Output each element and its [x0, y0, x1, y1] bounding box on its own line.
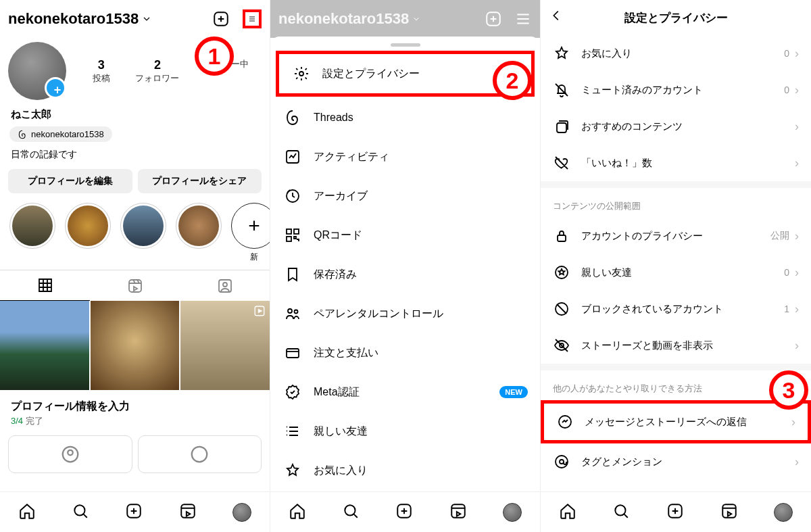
nav-search[interactable]: [342, 502, 360, 523]
settings-item-bell-off[interactable]: ミュート済みのアカウント0›: [541, 72, 811, 108]
settings-item-eye-off[interactable]: ストーリーズと動画を非表示›: [541, 327, 811, 364]
settings-item-reels-stack[interactable]: おすすめのコンテンツ›: [541, 108, 811, 145]
nav-profile[interactable]: [232, 503, 251, 522]
nav-reels[interactable]: [179, 502, 197, 523]
svg-point-33: [616, 505, 626, 515]
info-card[interactable]: [8, 435, 132, 473]
nav-create[interactable]: [666, 502, 684, 523]
stat-followers[interactable]: 2 フォロワー: [135, 58, 179, 84]
callout-3: 3: [769, 370, 808, 410]
new-badge: NEW: [499, 386, 528, 398]
post-thumbnail[interactable]: [180, 301, 270, 390]
svg-point-6: [68, 450, 73, 455]
star-icon: [553, 45, 570, 62]
nav-profile[interactable]: [774, 503, 793, 522]
callout-2: 2: [493, 61, 532, 100]
svg-rect-20: [287, 349, 299, 358]
activity-icon: [284, 148, 301, 166]
settings-item-block[interactable]: ブロックされているアカウント1›: [541, 291, 811, 327]
share-profile-button[interactable]: プロフィールをシェア: [138, 169, 262, 193]
menu-item-list[interactable]: 親しい友達: [270, 412, 540, 451]
star-circle-icon: [553, 264, 570, 281]
nav-search[interactable]: [612, 502, 630, 523]
create-post-button[interactable]: [212, 9, 230, 28]
bottom-nav: [270, 491, 540, 532]
threads-icon: [284, 109, 301, 126]
threads-icon: [18, 130, 27, 139]
story-highlights[interactable]: +新: [0, 203, 270, 270]
bottom-nav: [541, 491, 811, 532]
profile-avatar[interactable]: +: [8, 42, 66, 100]
dim-username: nekonekotaro1538: [278, 10, 421, 28]
svg-rect-2: [219, 280, 231, 292]
svg-point-7: [192, 446, 207, 462]
menu-item-activity[interactable]: アクティビティ: [270, 137, 540, 176]
tab-tagged[interactable]: [180, 270, 270, 301]
menu-item-star[interactable]: お気に入り: [270, 451, 540, 490]
settings-item-lock[interactable]: アカウントのプライバシー公開›: [541, 218, 811, 254]
menu-item-parental[interactable]: ペアレンタルコントロール: [270, 294, 540, 333]
bookmark-icon: [284, 266, 301, 283]
svg-point-3: [223, 283, 227, 287]
settings-item-messenger[interactable]: メッセージとストーリーズへの返信›: [541, 400, 811, 443]
profile-info-title: プロフィール情報を入力: [11, 400, 259, 414]
menu-icon: [514, 10, 532, 28]
settings-item-comment[interactable]: コメント›: [541, 480, 811, 491]
username-text: nekonekotaro1538: [8, 10, 139, 28]
post-thumbnail[interactable]: [91, 301, 180, 390]
menu-item-qr[interactable]: QRコード: [270, 216, 540, 255]
svg-point-12: [299, 72, 303, 76]
nav-reels[interactable]: [720, 502, 738, 523]
nav-create[interactable]: [395, 502, 413, 523]
profile-info-progress: 3/4 完了: [11, 415, 259, 427]
stat-posts[interactable]: 3 投稿: [93, 58, 110, 84]
back-button[interactable]: [549, 8, 564, 27]
panel-settings: 設定とプライバシー お気に入り0›ミュート済みのアカウント0›おすすめのコンテン…: [541, 0, 811, 532]
nav-create[interactable]: [125, 502, 143, 523]
verified-icon: [284, 383, 301, 401]
settings-item-at[interactable]: タグとメンション›: [541, 443, 811, 480]
card-icon: [284, 344, 301, 362]
threads-link[interactable]: nekonekotaro1538: [9, 126, 112, 142]
create-icon: [485, 10, 502, 28]
settings-item-star[interactable]: お気に入り0›: [541, 35, 811, 72]
svg-rect-16: [294, 229, 299, 234]
svg-point-8: [74, 505, 84, 515]
svg-point-5: [63, 446, 78, 462]
block-icon: [553, 300, 570, 318]
nav-home[interactable]: [289, 502, 306, 523]
svg-point-32: [560, 460, 564, 464]
svg-point-22: [345, 505, 355, 515]
nav-reels[interactable]: [449, 502, 467, 523]
nav-home[interactable]: [18, 502, 36, 523]
star-icon: [284, 462, 301, 479]
hamburger-menu-button[interactable]: [243, 9, 262, 28]
nav-search[interactable]: [72, 502, 89, 523]
menu-item-bookmark[interactable]: 保存済み: [270, 255, 540, 294]
svg-rect-15: [287, 229, 291, 234]
menu-item-verified[interactable]: Meta認証NEW: [270, 372, 540, 412]
username-dropdown[interactable]: nekonekotaro1538: [8, 10, 152, 28]
menu-item-threads[interactable]: Threads: [270, 98, 540, 137]
info-card[interactable]: [138, 435, 262, 473]
settings-item-star-circle[interactable]: 親しい友達0›: [541, 254, 811, 291]
lock-icon: [553, 227, 570, 245]
bio-text: 日常の記録です: [0, 146, 270, 169]
qr-icon: [284, 226, 301, 244]
edit-profile-button[interactable]: プロフィールを編集: [8, 169, 132, 193]
panel-profile: nekonekotaro1538 1 + 3 投稿 2: [0, 0, 270, 532]
list-icon: [284, 422, 301, 440]
menu-item-card[interactable]: 注文と支払い: [270, 333, 540, 372]
nav-profile[interactable]: [503, 503, 522, 522]
parental-icon: [284, 305, 301, 322]
new-highlight-button[interactable]: +: [231, 203, 270, 249]
messenger-icon: [556, 413, 574, 431]
reel-badge-icon: [253, 305, 266, 320]
nav-home[interactable]: [559, 502, 576, 523]
tab-grid[interactable]: [0, 270, 90, 301]
tab-reels[interactable]: [90, 270, 180, 301]
post-thumbnail[interactable]: [0, 301, 89, 390]
settings-item-heart-off[interactable]: 「いいね！」数›: [541, 145, 811, 181]
menu-item-archive[interactable]: アーカイブ: [270, 176, 540, 216]
sheet-handle[interactable]: [391, 43, 420, 47]
